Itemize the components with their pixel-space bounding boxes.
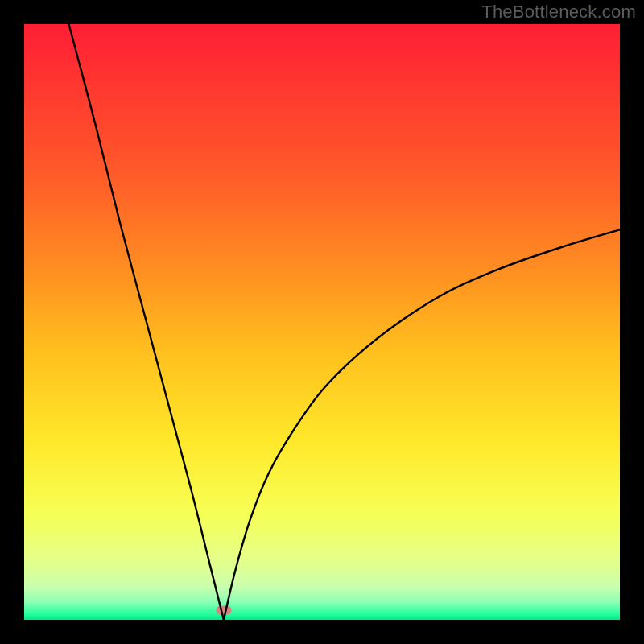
curve-left-branch — [69, 24, 224, 620]
watermark-text: TheBottleneck.com — [481, 2, 636, 23]
bottleneck-curve — [24, 24, 620, 620]
curve-right-branch — [224, 229, 620, 620]
chart-frame: TheBottleneck.com — [0, 0, 644, 644]
plot-area — [24, 24, 620, 620]
